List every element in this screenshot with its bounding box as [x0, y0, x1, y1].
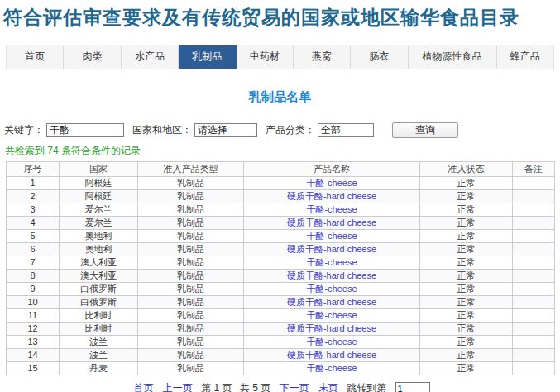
cell-no: 15 — [7, 361, 60, 375]
table-row: 11比利时乳制品干酪-cheese正常 — [7, 308, 555, 322]
cell-remark — [513, 189, 555, 203]
cell-no: 2 — [7, 189, 60, 203]
category-label: 产品分类： — [266, 123, 315, 137]
product-link[interactable]: 硬质干酪-hard cheese — [287, 350, 376, 360]
keyword-input[interactable] — [46, 123, 124, 137]
tab-中药材[interactable]: 中药材 — [237, 45, 294, 69]
cell-status: 正常 — [420, 361, 513, 375]
table-row: 14波兰乳制品硬质干酪-hard cheese正常 — [7, 348, 555, 361]
tab-首页[interactable]: 首页 — [7, 45, 64, 69]
category-select[interactable] — [318, 123, 374, 137]
cell-status: 正常 — [420, 256, 513, 269]
cell-remark — [513, 203, 555, 216]
table-row: 1阿根廷乳制品干酪-cheese正常 — [7, 176, 555, 189]
product-link[interactable]: 硬质干酪-hard cheese — [287, 218, 376, 227]
cell-no: 3 — [7, 203, 60, 216]
cell-no: 10 — [7, 295, 60, 308]
cell-name: 硬质干酪-hard cheese — [244, 322, 420, 335]
pagination-total-pages: 共 5 页 — [240, 382, 270, 392]
cell-remark — [513, 335, 555, 348]
product-link[interactable]: 干酪-cheese — [306, 178, 357, 188]
column-header: 序号 — [7, 161, 60, 176]
cell-type: 乳制品 — [138, 335, 244, 348]
cell-type: 乳制品 — [138, 282, 244, 295]
cell-remark — [513, 176, 555, 189]
cell-country: 白俄罗斯 — [60, 295, 138, 308]
tab-水产品[interactable]: 水产品 — [122, 45, 179, 69]
query-button[interactable]: 查询 — [392, 122, 458, 138]
product-link[interactable]: 硬质干酪-hard cheese — [287, 270, 376, 280]
cell-type: 乳制品 — [138, 361, 244, 375]
product-link[interactable]: 硬质干酪-hard cheese — [287, 297, 376, 307]
column-header: 备注 — [513, 161, 555, 176]
pagination: 首页 上一页 第 1 页 共 5 页 下一页 末页 跳转到第 — [0, 381, 560, 392]
pagination-prev-link[interactable]: 上一页 — [163, 382, 193, 392]
cell-remark — [513, 242, 555, 256]
page-title: 符合评估审查要求及有传统贸易的国家或地区输华食品目录 — [0, 0, 560, 31]
results-table: 序号国家准入产品类型产品名称准入状态备注 1阿根廷乳制品干酪-cheese正常2… — [6, 161, 555, 375]
country-select[interactable] — [194, 123, 257, 137]
cell-status: 正常 — [420, 348, 513, 361]
cell-no: 11 — [7, 308, 60, 322]
cell-status: 正常 — [420, 203, 513, 216]
tab-蜂产品[interactable]: 蜂产品 — [497, 45, 553, 69]
product-link[interactable]: 硬质干酪-hard cheese — [287, 191, 376, 201]
product-link[interactable]: 干酪-cheese — [306, 204, 357, 214]
cell-country: 爱尔兰 — [60, 216, 138, 229]
table-row: 10白俄罗斯乳制品硬质干酪-hard cheese正常 — [7, 295, 555, 308]
tab-植物源性食品[interactable]: 植物源性食品 — [409, 45, 497, 69]
product-link[interactable]: 干酪-cheese — [306, 310, 357, 320]
cell-no: 14 — [7, 348, 60, 361]
cell-status: 正常 — [420, 216, 513, 229]
pagination-last-link[interactable]: 末页 — [318, 382, 338, 392]
product-link[interactable]: 硬质干酪-hard cheese — [287, 323, 376, 333]
cell-remark — [513, 348, 555, 361]
cell-country: 波兰 — [60, 335, 138, 348]
pagination-next-link[interactable]: 下一页 — [280, 382, 309, 392]
product-link[interactable]: 干酪-cheese — [306, 363, 357, 373]
section-heading: 乳制品名单 — [0, 89, 560, 105]
table-body: 1阿根廷乳制品干酪-cheese正常2阿根廷乳制品硬质干酪-hard chees… — [7, 176, 555, 375]
cell-name: 干酪-cheese — [244, 176, 420, 189]
page-jump-input[interactable] — [395, 382, 430, 392]
cell-name: 硬质干酪-hard cheese — [244, 189, 420, 203]
table-row: 13波兰乳制品干酪-cheese正常 — [7, 335, 555, 348]
product-link[interactable]: 干酪-cheese — [306, 257, 357, 267]
tab-肠衣[interactable]: 肠衣 — [351, 45, 408, 69]
cell-name: 干酪-cheese — [244, 229, 420, 242]
table-row: 9白俄罗斯乳制品干酪-cheese正常 — [7, 282, 555, 295]
cell-country: 比利时 — [60, 308, 138, 322]
table-row: 6奥地利乳制品硬质干酪-hard cheese正常 — [7, 242, 555, 256]
product-link[interactable]: 硬质干酪-hard cheese — [287, 244, 376, 254]
cell-type: 乳制品 — [138, 176, 244, 189]
cell-country: 阿根廷 — [60, 176, 138, 189]
cell-status: 正常 — [420, 295, 513, 308]
cell-status: 正常 — [420, 176, 513, 189]
cell-country: 奥地利 — [60, 242, 138, 256]
column-header: 产品名称 — [244, 161, 420, 176]
cell-no: 1 — [7, 176, 60, 189]
tab-乳制品[interactable]: 乳制品 — [179, 45, 236, 69]
cell-country: 白俄罗斯 — [60, 282, 138, 295]
cell-name: 硬质干酪-hard cheese — [244, 216, 420, 229]
product-link[interactable]: 干酪-cheese — [306, 231, 357, 241]
cell-status: 正常 — [420, 282, 513, 295]
cell-status: 正常 — [420, 269, 513, 282]
cell-name: 硬质干酪-hard cheese — [244, 295, 420, 308]
cell-remark — [513, 322, 555, 335]
cell-type: 乳制品 — [138, 189, 244, 203]
tab-燕窝[interactable]: 燕窝 — [294, 45, 351, 69]
cell-name: 干酪-cheese — [244, 203, 420, 216]
cell-type: 乳制品 — [138, 348, 244, 361]
main-nav: 首页肉类水产品乳制品中药材燕窝肠衣植物源性食品蜂产品 — [6, 45, 554, 69]
tab-肉类[interactable]: 肉类 — [64, 45, 121, 69]
pagination-first-link[interactable]: 首页 — [133, 382, 153, 392]
table-row: 3爱尔兰乳制品干酪-cheese正常 — [7, 203, 555, 216]
product-link[interactable]: 干酪-cheese — [306, 337, 357, 347]
cell-name: 干酪-cheese — [244, 256, 420, 269]
cell-type: 乳制品 — [138, 269, 244, 282]
table-row: 2阿根廷乳制品硬质干酪-hard cheese正常 — [7, 189, 555, 203]
cell-country: 丹麦 — [60, 361, 138, 375]
product-link[interactable]: 干酪-cheese — [306, 284, 357, 294]
country-label: 国家和地区： — [132, 123, 192, 137]
